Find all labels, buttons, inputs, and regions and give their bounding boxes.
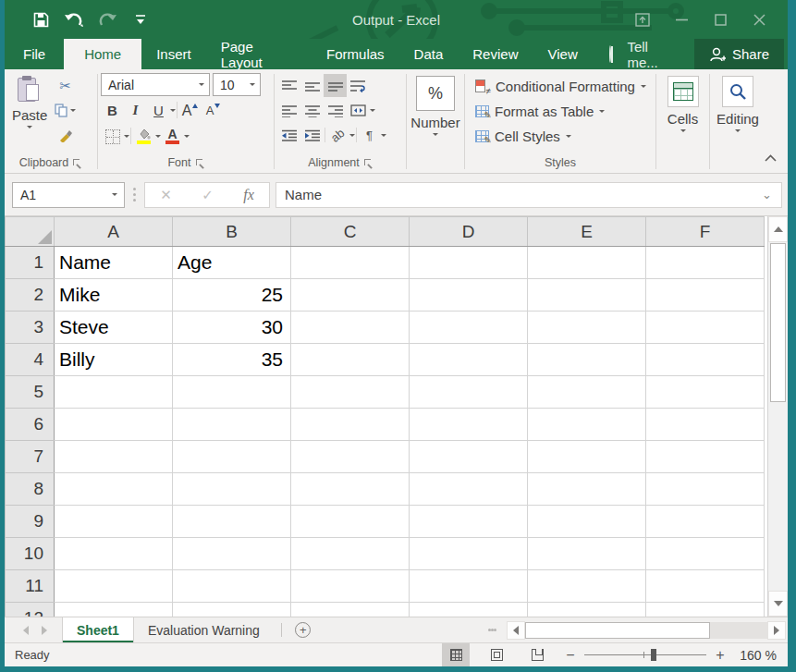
cells-dropdown-arrow[interactable] (680, 129, 686, 132)
tab-review[interactable]: Review (458, 39, 533, 69)
tab-data[interactable]: Data (399, 39, 459, 69)
cell-styles-dropdown-arrow[interactable] (566, 135, 571, 138)
cell-F8[interactable] (646, 473, 765, 506)
cell-F5[interactable] (646, 376, 765, 409)
cell-D5[interactable] (410, 376, 528, 409)
normal-view-button[interactable] (442, 643, 470, 666)
tabs-resize-handle[interactable] (485, 628, 499, 633)
conditional-formatting-dropdown-arrow[interactable] (641, 85, 646, 88)
row-header-8[interactable]: 8 (6, 473, 55, 506)
align-bottom-button[interactable] (324, 74, 347, 97)
cell-C1[interactable] (291, 247, 410, 279)
wrap-text-button[interactable] (347, 74, 370, 97)
scroll-down-button[interactable] (768, 591, 788, 617)
select-all-corner[interactable] (6, 217, 55, 247)
cell-E7[interactable] (528, 441, 646, 473)
redo-button[interactable] (95, 7, 119, 31)
page-layout-view-button[interactable] (483, 643, 510, 666)
cell-C11[interactable] (291, 570, 410, 603)
column-header-D[interactable]: D (410, 217, 528, 247)
formula-input[interactable]: Name ⌄ (276, 182, 782, 208)
cell-B2[interactable]: 25 (173, 279, 291, 312)
confirm-entry-button[interactable]: ✓ (202, 187, 214, 203)
row-header-11[interactable]: 11 (6, 570, 55, 603)
tab-page-layout[interactable]: Page Layout (206, 39, 312, 69)
page-break-view-button[interactable] (523, 643, 551, 666)
cell-A2[interactable]: Mike (55, 279, 173, 312)
cut-button[interactable]: ✂ (53, 74, 78, 97)
save-button[interactable] (29, 7, 53, 31)
zoom-slider[interactable] (584, 654, 706, 655)
cell-E11[interactable] (528, 570, 646, 603)
column-header-F[interactable]: F (646, 217, 765, 247)
zoom-level[interactable]: 160 % (734, 648, 777, 663)
row-header-10[interactable]: 10 (6, 538, 55, 570)
editing-button[interactable]: Editing (711, 72, 765, 173)
customize-qat-button[interactable] (129, 7, 153, 31)
cell-F7[interactable] (646, 441, 765, 473)
cell-E2[interactable] (528, 279, 646, 312)
increase-indent-button[interactable] (300, 124, 324, 147)
text-direction-button[interactable]: ¶ (358, 124, 381, 147)
cell-F2[interactable] (646, 279, 765, 312)
tab-formulas[interactable]: Formulas (312, 39, 399, 69)
cell-F4[interactable] (646, 344, 765, 376)
borders-dropdown-arrow[interactable] (124, 135, 129, 138)
cell-A9[interactable] (55, 506, 173, 538)
cell-F3[interactable] (646, 312, 765, 344)
horizontal-scroll-thumb[interactable] (525, 622, 710, 639)
cell-B11[interactable] (173, 570, 291, 603)
share-button[interactable]: Share (694, 39, 784, 69)
previous-sheet-button[interactable] (23, 626, 29, 635)
close-button[interactable] (743, 7, 775, 31)
format-as-table-button[interactable]: ✎ Format as Table (471, 99, 653, 124)
zoom-in-button[interactable]: + (714, 647, 727, 664)
cell-B10[interactable] (173, 538, 291, 570)
paste-dropdown-arrow[interactable] (27, 126, 32, 128)
formula-bar-drag-handle[interactable] (130, 187, 139, 203)
insert-function-button[interactable]: fx (243, 187, 254, 203)
align-left-button[interactable] (277, 99, 300, 122)
cell-C8[interactable] (291, 473, 410, 506)
cell-A6[interactable] (55, 409, 173, 441)
number-dropdown-arrow[interactable] (433, 133, 438, 136)
cell-F11[interactable] (646, 570, 765, 603)
cell-B3[interactable]: 30 (173, 312, 291, 344)
font-color-dropdown-arrow[interactable] (184, 135, 190, 138)
cancel-entry-button[interactable]: ✕ (160, 187, 172, 203)
cell-E1[interactable] (528, 247, 646, 279)
font-color-button[interactable]: A (161, 125, 184, 148)
decrease-font-button[interactable]: A (202, 99, 225, 122)
cell-D1[interactable] (410, 247, 528, 279)
underline-dropdown-arrow[interactable] (170, 109, 176, 112)
format-painter-button[interactable] (53, 124, 78, 147)
cell-A10[interactable] (55, 538, 173, 570)
row-header-12[interactable]: 12 (6, 603, 55, 617)
copy-button[interactable] (53, 99, 78, 122)
cell-B7[interactable] (173, 441, 291, 473)
cell-C12[interactable] (291, 603, 410, 617)
expand-formula-bar-arrow[interactable]: ⌄ (762, 188, 781, 202)
cell-C2[interactable] (291, 279, 410, 312)
cell-B8[interactable] (173, 473, 291, 506)
cell-C7[interactable] (291, 441, 410, 473)
row-header-5[interactable]: 5 (6, 376, 55, 409)
cell-F12[interactable] (646, 603, 765, 617)
vertical-scroll-thumb[interactable] (770, 243, 786, 402)
scroll-left-button[interactable] (507, 621, 525, 640)
align-middle-button[interactable] (300, 74, 324, 97)
text-direction-dropdown-arrow[interactable] (381, 134, 386, 137)
cell-E10[interactable] (528, 538, 646, 570)
cell-E3[interactable] (528, 312, 646, 344)
column-header-E[interactable]: E (528, 217, 646, 247)
cell-C4[interactable] (291, 344, 410, 376)
cell-styles-button[interactable]: ✎ Cell Styles (471, 124, 653, 149)
maximize-button[interactable] (704, 7, 736, 31)
clipboard-dialog-launcher[interactable] (73, 159, 81, 167)
row-header-2[interactable]: 2 (6, 279, 55, 312)
cell-C9[interactable] (291, 506, 410, 538)
row-header-4[interactable]: 4 (6, 344, 55, 376)
collapse-ribbon-button[interactable] (765, 149, 777, 165)
row-header-3[interactable]: 3 (6, 312, 55, 344)
cell-D2[interactable] (410, 279, 528, 312)
